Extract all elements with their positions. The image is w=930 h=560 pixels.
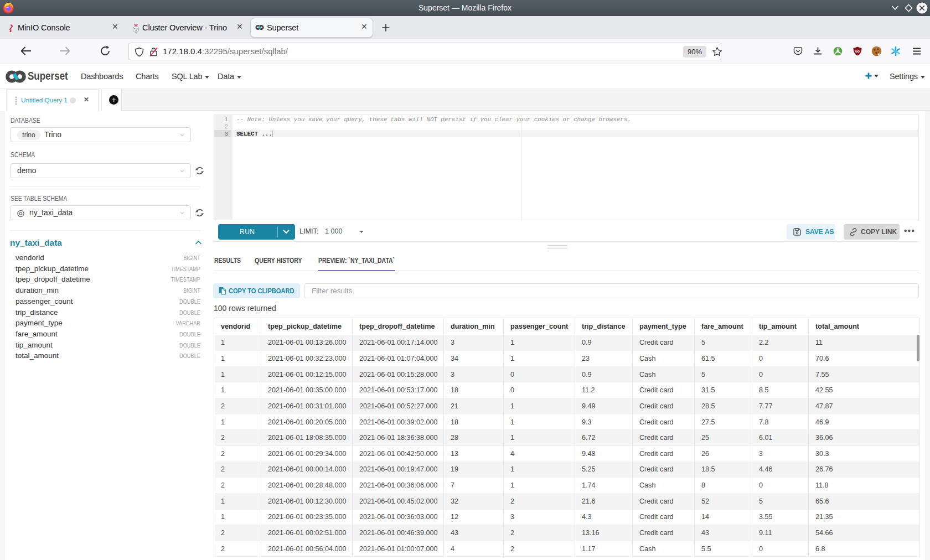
- svg-text:uo: uo: [855, 49, 860, 53]
